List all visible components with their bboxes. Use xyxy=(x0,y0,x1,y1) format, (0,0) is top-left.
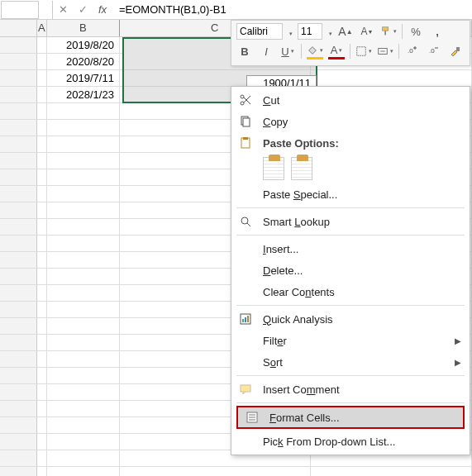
row-header[interactable] xyxy=(0,70,37,86)
decrease-decimal-button[interactable]: .0 xyxy=(426,43,442,60)
cell[interactable] xyxy=(37,285,47,301)
cell[interactable] xyxy=(47,236,120,251)
row-header[interactable] xyxy=(0,434,37,450)
percent-style-button[interactable]: % xyxy=(408,23,424,40)
row-header[interactable] xyxy=(0,202,37,218)
cell[interactable] xyxy=(37,186,47,202)
cell[interactable] xyxy=(311,70,472,86)
row-header[interactable] xyxy=(0,136,37,152)
font-family-combo[interactable] xyxy=(236,23,283,40)
row-header[interactable] xyxy=(0,285,37,301)
cell[interactable] xyxy=(37,450,47,466)
menu-sort[interactable]: Sort ▶ xyxy=(231,351,470,373)
menu-cut[interactable]: Cut xyxy=(231,89,470,111)
row-header[interactable] xyxy=(0,236,37,251)
cell[interactable] xyxy=(37,467,47,476)
menu-insert-comment[interactable]: Insert Comment xyxy=(231,378,470,400)
cell[interactable] xyxy=(37,269,47,284)
cell[interactable] xyxy=(37,136,47,152)
cell[interactable] xyxy=(37,37,47,53)
cell[interactable]: 2020/8/20 xyxy=(47,54,120,69)
font-size-combo[interactable] xyxy=(298,23,322,40)
cell[interactable] xyxy=(37,103,47,119)
cell[interactable] xyxy=(37,153,47,169)
row-header[interactable] xyxy=(0,318,37,334)
menu-quick-analysis[interactable]: Quick Analysis xyxy=(231,308,470,330)
cell[interactable] xyxy=(47,186,120,202)
cell[interactable] xyxy=(120,467,311,476)
menu-delete[interactable]: Delete... xyxy=(231,259,470,281)
cell[interactable] xyxy=(37,318,47,334)
cell[interactable]: 2019/8/20 xyxy=(47,37,120,53)
cell[interactable] xyxy=(37,87,47,102)
row-header[interactable] xyxy=(0,384,37,400)
cell[interactable] xyxy=(37,202,47,218)
row-header[interactable] xyxy=(0,120,37,136)
cell[interactable] xyxy=(37,384,47,400)
italic-button[interactable]: I xyxy=(258,43,274,60)
cell[interactable] xyxy=(47,384,120,400)
bold-button[interactable]: B xyxy=(236,43,253,60)
row-header[interactable] xyxy=(0,37,37,53)
cell[interactable] xyxy=(37,401,47,416)
row-header[interactable] xyxy=(0,450,37,466)
row-header[interactable] xyxy=(0,351,37,367)
row-header[interactable] xyxy=(0,103,37,119)
cell[interactable] xyxy=(37,368,47,383)
cell[interactable] xyxy=(47,120,120,136)
row-header[interactable] xyxy=(0,467,37,476)
cell[interactable] xyxy=(37,434,47,450)
font-color-button[interactable]: A xyxy=(328,43,345,60)
row-header[interactable] xyxy=(0,54,37,69)
paste-default-button[interactable] xyxy=(263,157,284,180)
row-header[interactable] xyxy=(0,417,37,433)
cell[interactable] xyxy=(47,252,120,268)
row-header[interactable] xyxy=(0,269,37,284)
cell[interactable] xyxy=(37,120,47,136)
cell[interactable] xyxy=(37,219,47,235)
menu-insert[interactable]: Insert... xyxy=(231,238,470,259)
cell[interactable] xyxy=(47,368,120,383)
cell[interactable] xyxy=(47,351,120,367)
col-header-A[interactable]: A xyxy=(37,20,47,36)
menu-smart-lookup[interactable]: Smart Lookup xyxy=(231,211,470,232)
row-header[interactable] xyxy=(0,219,37,235)
row-header[interactable] xyxy=(0,302,37,317)
col-header-B[interactable]: B xyxy=(47,20,120,36)
borders-button[interactable] xyxy=(355,43,372,60)
format-painter-button[interactable] xyxy=(380,23,397,40)
cell[interactable] xyxy=(37,302,47,317)
cell[interactable] xyxy=(37,252,47,268)
cell[interactable] xyxy=(47,285,120,301)
select-all-corner[interactable] xyxy=(0,20,37,36)
cell[interactable] xyxy=(37,351,47,367)
cell[interactable]: 2028/1/23 xyxy=(47,87,120,102)
paste-values-button[interactable] xyxy=(291,157,312,180)
cell[interactable] xyxy=(47,318,120,334)
fx-icon[interactable]: fx xyxy=(93,1,112,19)
row-header[interactable] xyxy=(0,252,37,268)
cell[interactable] xyxy=(47,335,120,350)
cell[interactable] xyxy=(311,467,472,476)
cell[interactable] xyxy=(47,169,120,185)
cell[interactable] xyxy=(37,335,47,350)
menu-paste-special[interactable]: Paste Special... xyxy=(231,183,470,205)
menu-pick-from-dropdown[interactable]: Pick From Drop-down List... xyxy=(231,431,470,452)
cell[interactable] xyxy=(47,434,120,450)
row-header[interactable] xyxy=(0,153,37,169)
increase-decimal-button[interactable]: .0 xyxy=(404,43,421,60)
cell[interactable]: 2019/7/11 xyxy=(47,70,120,86)
cell[interactable] xyxy=(47,153,120,169)
menu-format-cells[interactable]: Format Cells... xyxy=(236,406,465,429)
cell[interactable] xyxy=(37,54,47,69)
cell[interactable] xyxy=(47,467,120,476)
cell[interactable] xyxy=(47,103,120,119)
row-header[interactable] xyxy=(0,169,37,185)
menu-clear-contents[interactable]: Clear Contents xyxy=(231,281,470,302)
confirm-icon[interactable]: ✓ xyxy=(73,1,93,19)
size-dropdown-icon[interactable] xyxy=(327,26,332,38)
cell[interactable] xyxy=(47,302,120,317)
font-dropdown-icon[interactable] xyxy=(288,26,293,38)
cell[interactable] xyxy=(47,219,120,235)
row-header[interactable] xyxy=(0,368,37,383)
